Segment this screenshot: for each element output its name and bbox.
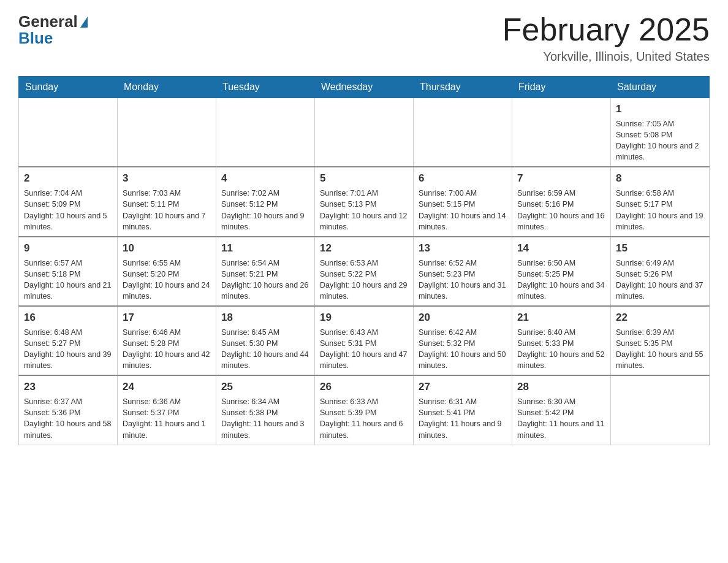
calendar-cell: 24Sunrise: 6:36 AMSunset: 5:37 PMDayligh… <box>118 375 216 445</box>
calendar-cell: 7Sunrise: 6:59 AMSunset: 5:16 PMDaylight… <box>512 167 611 236</box>
calendar-week-row: 1Sunrise: 7:05 AMSunset: 5:08 PMDaylight… <box>19 98 710 167</box>
day-info: Sunrise: 6:34 AMSunset: 5:38 PMDaylight:… <box>221 396 309 441</box>
day-number: 4 <box>221 171 309 186</box>
page-header: General Blue February 2025 Yorkville, Il… <box>18 12 710 64</box>
calendar-week-row: 16Sunrise: 6:48 AMSunset: 5:27 PMDayligh… <box>19 306 710 375</box>
day-info: Sunrise: 6:59 AMSunset: 5:16 PMDaylight:… <box>517 188 605 232</box>
day-info: Sunrise: 6:50 AMSunset: 5:25 PMDaylight:… <box>517 258 605 302</box>
day-info: Sunrise: 6:48 AMSunset: 5:27 PMDaylight:… <box>24 327 112 372</box>
day-info: Sunrise: 6:37 AMSunset: 5:36 PMDaylight:… <box>24 396 112 441</box>
calendar-cell <box>19 98 118 167</box>
day-info: Sunrise: 6:45 AMSunset: 5:30 PMDaylight:… <box>221 327 309 372</box>
day-info: Sunrise: 7:03 AMSunset: 5:11 PMDaylight:… <box>123 188 211 232</box>
calendar-cell: 10Sunrise: 6:55 AMSunset: 5:20 PMDayligh… <box>118 237 216 306</box>
calendar-cell: 5Sunrise: 7:01 AMSunset: 5:13 PMDaylight… <box>315 167 414 236</box>
day-info: Sunrise: 7:05 AMSunset: 5:08 PMDaylight:… <box>616 118 704 163</box>
title-section: February 2025 Yorkville, Illinois, Unite… <box>502 12 710 64</box>
day-number: 2 <box>24 171 112 186</box>
day-number: 25 <box>221 380 309 394</box>
day-number: 1 <box>616 102 704 117</box>
calendar-cell <box>611 375 710 445</box>
day-number: 12 <box>320 241 408 256</box>
day-info: Sunrise: 6:52 AMSunset: 5:23 PMDaylight:… <box>419 258 507 302</box>
day-number: 5 <box>320 171 408 186</box>
day-info: Sunrise: 7:04 AMSunset: 5:09 PMDaylight:… <box>24 188 112 232</box>
calendar-cell: 26Sunrise: 6:33 AMSunset: 5:39 PMDayligh… <box>315 375 414 445</box>
day-info: Sunrise: 6:58 AMSunset: 5:17 PMDaylight:… <box>616 188 704 232</box>
day-info: Sunrise: 6:46 AMSunset: 5:28 PMDaylight:… <box>123 327 211 372</box>
weekday-header-tuesday: Tuesday <box>216 77 315 98</box>
calendar-cell <box>216 98 315 167</box>
day-info: Sunrise: 6:53 AMSunset: 5:22 PMDaylight:… <box>320 258 408 302</box>
day-number: 3 <box>123 171 211 186</box>
calendar-cell: 14Sunrise: 6:50 AMSunset: 5:25 PMDayligh… <box>512 237 611 306</box>
day-number: 20 <box>419 310 507 325</box>
weekday-header-saturday: Saturday <box>611 77 710 98</box>
calendar-cell: 27Sunrise: 6:31 AMSunset: 5:41 PMDayligh… <box>414 375 512 445</box>
day-number: 24 <box>123 380 211 394</box>
day-info: Sunrise: 6:57 AMSunset: 5:18 PMDaylight:… <box>24 258 112 302</box>
day-number: 6 <box>419 171 507 186</box>
day-number: 28 <box>517 380 605 394</box>
day-number: 9 <box>24 241 112 256</box>
day-info: Sunrise: 7:01 AMSunset: 5:13 PMDaylight:… <box>320 188 408 232</box>
calendar-cell: 22Sunrise: 6:39 AMSunset: 5:35 PMDayligh… <box>611 306 710 375</box>
calendar-cell: 8Sunrise: 6:58 AMSunset: 5:17 PMDaylight… <box>611 167 710 236</box>
day-number: 17 <box>123 310 211 325</box>
day-info: Sunrise: 6:40 AMSunset: 5:33 PMDaylight:… <box>517 327 605 372</box>
day-info: Sunrise: 6:36 AMSunset: 5:37 PMDaylight:… <box>123 396 211 441</box>
calendar-cell: 28Sunrise: 6:30 AMSunset: 5:42 PMDayligh… <box>512 375 611 445</box>
weekday-header-monday: Monday <box>118 77 216 98</box>
day-number: 19 <box>320 310 408 325</box>
day-info: Sunrise: 6:33 AMSunset: 5:39 PMDaylight:… <box>320 396 408 441</box>
month-title: February 2025 <box>502 12 710 47</box>
day-number: 11 <box>221 241 309 256</box>
calendar-cell: 25Sunrise: 6:34 AMSunset: 5:38 PMDayligh… <box>216 375 315 445</box>
weekday-header-thursday: Thursday <box>414 77 512 98</box>
location-subtitle: Yorkville, Illinois, United States <box>502 50 710 64</box>
calendar-cell <box>512 98 611 167</box>
calendar-cell: 12Sunrise: 6:53 AMSunset: 5:22 PMDayligh… <box>315 237 414 306</box>
calendar-cell: 13Sunrise: 6:52 AMSunset: 5:23 PMDayligh… <box>414 237 512 306</box>
calendar-week-row: 2Sunrise: 7:04 AMSunset: 5:09 PMDaylight… <box>19 167 710 236</box>
day-number: 18 <box>221 310 309 325</box>
day-info: Sunrise: 6:30 AMSunset: 5:42 PMDaylight:… <box>517 396 605 441</box>
calendar-cell: 17Sunrise: 6:46 AMSunset: 5:28 PMDayligh… <box>118 306 216 375</box>
logo-triangle-icon <box>80 17 88 28</box>
weekday-header-wednesday: Wednesday <box>315 77 414 98</box>
calendar-week-row: 9Sunrise: 6:57 AMSunset: 5:18 PMDaylight… <box>19 237 710 306</box>
day-info: Sunrise: 6:43 AMSunset: 5:31 PMDaylight:… <box>320 327 408 372</box>
calendar-cell: 18Sunrise: 6:45 AMSunset: 5:30 PMDayligh… <box>216 306 315 375</box>
calendar-cell: 4Sunrise: 7:02 AMSunset: 5:12 PMDaylight… <box>216 167 315 236</box>
day-number: 23 <box>24 380 112 394</box>
day-info: Sunrise: 6:31 AMSunset: 5:41 PMDaylight:… <box>419 396 507 441</box>
day-number: 16 <box>24 310 112 325</box>
calendar-cell <box>315 98 414 167</box>
calendar-cell: 9Sunrise: 6:57 AMSunset: 5:18 PMDaylight… <box>19 237 118 306</box>
day-number: 7 <box>517 171 605 186</box>
calendar-cell: 1Sunrise: 7:05 AMSunset: 5:08 PMDaylight… <box>611 98 710 167</box>
calendar-cell: 21Sunrise: 6:40 AMSunset: 5:33 PMDayligh… <box>512 306 611 375</box>
day-number: 8 <box>616 171 704 186</box>
calendar-cell: 20Sunrise: 6:42 AMSunset: 5:32 PMDayligh… <box>414 306 512 375</box>
weekday-header-sunday: Sunday <box>19 77 118 98</box>
day-info: Sunrise: 6:42 AMSunset: 5:32 PMDaylight:… <box>419 327 507 372</box>
calendar-cell: 16Sunrise: 6:48 AMSunset: 5:27 PMDayligh… <box>19 306 118 375</box>
day-number: 21 <box>517 310 605 325</box>
calendar-cell: 15Sunrise: 6:49 AMSunset: 5:26 PMDayligh… <box>611 237 710 306</box>
day-number: 14 <box>517 241 605 256</box>
calendar-cell: 23Sunrise: 6:37 AMSunset: 5:36 PMDayligh… <box>19 375 118 445</box>
logo-blue-text: Blue <box>18 29 53 48</box>
day-info: Sunrise: 7:02 AMSunset: 5:12 PMDaylight:… <box>221 188 309 232</box>
logo: General Blue <box>18 12 88 48</box>
weekday-header-friday: Friday <box>512 77 611 98</box>
day-number: 27 <box>419 380 507 394</box>
day-info: Sunrise: 6:55 AMSunset: 5:20 PMDaylight:… <box>123 258 211 302</box>
calendar-cell <box>414 98 512 167</box>
calendar-table: SundayMondayTuesdayWednesdayThursdayFrid… <box>18 76 710 445</box>
calendar-cell: 11Sunrise: 6:54 AMSunset: 5:21 PMDayligh… <box>216 237 315 306</box>
calendar-week-row: 23Sunrise: 6:37 AMSunset: 5:36 PMDayligh… <box>19 375 710 445</box>
day-number: 10 <box>123 241 211 256</box>
calendar-cell: 3Sunrise: 7:03 AMSunset: 5:11 PMDaylight… <box>118 167 216 236</box>
day-number: 13 <box>419 241 507 256</box>
